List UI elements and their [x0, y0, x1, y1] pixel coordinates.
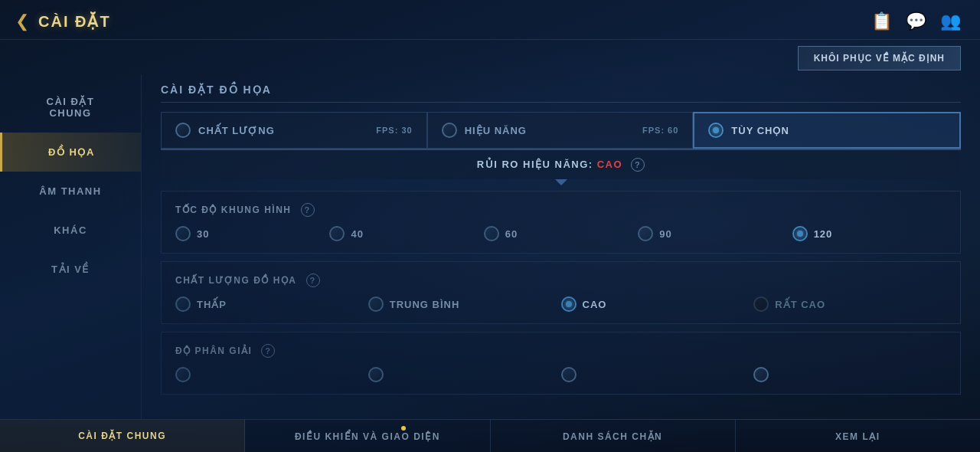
radio-tuy-chon: [708, 123, 724, 138]
warning-banner: RỦI RO HIỆU NĂNG: CAO ?: [161, 149, 961, 179]
warning-help-icon[interactable]: ?: [631, 158, 645, 172]
fps-option-90[interactable]: 90: [638, 226, 792, 241]
bottom-nav-cai-dat-chung-label: CÀI ĐẶT CHUNG: [78, 431, 166, 441]
header-left: ❮ CÀI ĐẶT: [15, 11, 111, 31]
radio-chat-luong: [175, 123, 191, 138]
quality-option-trung-binh[interactable]: TRUNG BÌNH: [368, 296, 561, 312]
radio-trung-binh: [368, 296, 384, 312]
quality-option-cao[interactable]: CAO: [561, 296, 754, 312]
tab-chat-luong-label: CHẤT LƯỢNG: [198, 125, 275, 136]
main-layout: CÀI ĐẶTCHUNG ĐỒ HỌA ÂM THANH KHÁC TẢI VỀ…: [0, 74, 980, 419]
bottom-nav-danh-sach-chan[interactable]: DANH SÁCH CHẶN: [491, 420, 736, 452]
resolution-option-3[interactable]: [561, 367, 754, 382]
reset-container: KHÔI PHỤC VỀ MẶC ĐỊNH: [0, 40, 980, 74]
quality-section: CHẤT LƯỢNG ĐỒ HỌA ? THẤP TRUNG BÌNH CAO: [161, 261, 961, 324]
tab-hieu-nang[interactable]: HIỆU NĂNG FPS: 60: [427, 112, 694, 149]
radio-hieu-nang: [442, 123, 457, 138]
thap-label: THẤP: [197, 299, 227, 310]
radio-rat-cao: [753, 296, 769, 312]
bottom-nav-danh-sach-chan-label: DANH SÁCH CHẶN: [563, 431, 662, 442]
page-title: CÀI ĐẶT: [38, 12, 111, 31]
fps-option-60[interactable]: 60: [484, 226, 638, 241]
quality-option-thap[interactable]: THẤP: [175, 296, 368, 312]
radio-res-3: [561, 367, 577, 382]
quality-option-rat-cao[interactable]: RẤT CAO: [753, 296, 946, 312]
radio-fps-40: [329, 226, 345, 241]
quality-help-icon[interactable]: ?: [306, 273, 320, 287]
warning-prefix: RỦI RO HIỆU NĂNG:: [477, 159, 597, 170]
tab-hieu-nang-fps: FPS: 60: [642, 126, 678, 135]
sidebar-item-chung[interactable]: CÀI ĐẶTCHUNG: [0, 82, 141, 133]
header-icons: 📋 💬 👥: [871, 11, 961, 31]
bottom-nav-dieu-khien-label: ĐIỀU KHIỂN VÀ GIAO DIỆN: [295, 431, 440, 442]
fps-section-title: TỐC ĐỘ KHUNG HÌNH ?: [175, 203, 946, 217]
tab-chat-luong[interactable]: CHẤT LƯỢNG FPS: 30: [161, 112, 427, 149]
fps-option-30[interactable]: 30: [175, 226, 329, 241]
sidebar-item-do-hoa[interactable]: ĐỒ HỌA: [0, 133, 141, 172]
resolution-option-4[interactable]: [753, 367, 946, 382]
sidebar: CÀI ĐẶTCHUNG ĐỒ HỌA ÂM THANH KHÁC TẢI VỀ: [0, 74, 142, 419]
reset-button[interactable]: KHÔI PHỤC VỀ MẶC ĐỊNH: [798, 46, 961, 70]
resolution-option-2[interactable]: [368, 367, 561, 382]
resolution-section: ĐỘ PHÂN GIẢI ?: [161, 332, 961, 395]
quality-section-title: CHẤT LƯỢNG ĐỒ HỌA ?: [175, 273, 946, 287]
preset-tabs: CHẤT LƯỢNG FPS: 30 HIỆU NĂNG FPS: 60 TÙY…: [161, 112, 961, 149]
resolution-option-1[interactable]: [175, 367, 368, 382]
radio-res-1: [175, 367, 191, 382]
radio-fps-60: [484, 226, 499, 241]
sidebar-item-tai-ve[interactable]: TẢI VỀ: [0, 250, 141, 289]
bottom-nav-dieu-khien[interactable]: ĐIỀU KHIỂN VÀ GIAO DIỆN: [245, 420, 490, 452]
radio-fps-30: [175, 226, 191, 241]
content-area: CÀI ĐẶT ĐỒ HỌA CHẤT LƯỢNG FPS: 30 HIỆU N…: [142, 74, 980, 419]
bottom-nav-xem-lai-label: XEM LẠI: [835, 431, 880, 442]
bottom-nav-cai-dat-chung[interactable]: CÀI ĐẶT CHUNG: [0, 420, 245, 452]
fps-40-label: 40: [351, 228, 363, 240]
bottom-nav: CÀI ĐẶT CHUNG ĐIỀU KHIỂN VÀ GIAO DIỆN DA…: [0, 419, 980, 452]
tab-tuy-chon-label: TÙY CHỌN: [731, 125, 789, 136]
fps-section: TỐC ĐỘ KHUNG HÌNH ? 30 40 60 90: [161, 191, 961, 254]
radio-thap: [175, 296, 191, 312]
radio-fps-90: [638, 226, 653, 241]
radio-fps-120: [792, 226, 808, 241]
tab-chat-luong-fps: FPS: 30: [376, 126, 412, 135]
back-icon[interactable]: ❮: [15, 11, 29, 31]
tab-tuy-chon[interactable]: TÙY CHỌN: [693, 112, 961, 149]
triangle-indicator: [555, 179, 567, 185]
rat-cao-label: RẤT CAO: [775, 299, 825, 310]
fps-help-icon[interactable]: ?: [301, 203, 315, 217]
radio-cao: [561, 296, 577, 312]
fps-option-40[interactable]: 40: [329, 226, 483, 241]
resolution-help-icon[interactable]: ?: [261, 344, 275, 358]
clipboard-icon[interactable]: 📋: [871, 11, 892, 31]
bottom-nav-xem-lai[interactable]: XEM LẠI: [736, 420, 980, 452]
fps-120-label: 120: [814, 228, 833, 240]
resolution-section-title: ĐỘ PHÂN GIẢI ?: [175, 344, 946, 358]
fps-options: 30 40 60 90 120: [175, 226, 946, 241]
fps-60-label: 60: [505, 228, 518, 240]
section-title: CÀI ĐẶT ĐỒ HỌA: [161, 74, 961, 103]
cao-label: CAO: [583, 299, 607, 310]
friends-icon[interactable]: 👥: [940, 11, 961, 31]
radio-res-2: [368, 367, 384, 382]
trung-binh-label: TRUNG BÌNH: [390, 299, 460, 310]
fps-90-label: 90: [659, 228, 671, 240]
fps-30-label: 30: [197, 228, 209, 240]
resolution-options: [175, 367, 946, 382]
header: ❮ CÀI ĐẶT 📋 💬 👥: [0, 0, 980, 40]
tab-hieu-nang-label: HIỆU NĂNG: [465, 125, 527, 136]
chat-icon[interactable]: 💬: [906, 11, 926, 31]
dot-badge: [401, 426, 406, 431]
radio-res-4: [753, 367, 769, 382]
quality-options: THẤP TRUNG BÌNH CAO RẤT CAO: [175, 296, 946, 312]
sidebar-item-khac[interactable]: KHÁC: [0, 211, 141, 250]
fps-option-120[interactable]: 120: [792, 226, 946, 241]
warning-level: CAO: [597, 159, 622, 170]
sidebar-item-am-thanh[interactable]: ÂM THANH: [0, 172, 141, 211]
